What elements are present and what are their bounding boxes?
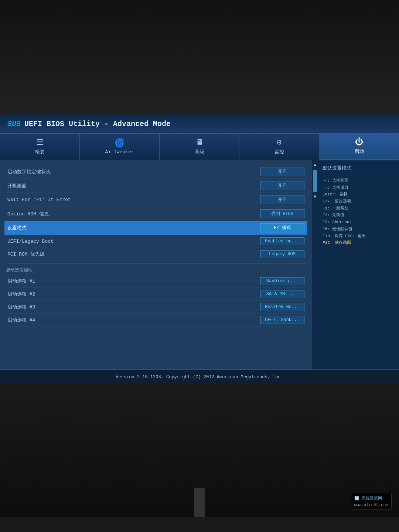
- power-cable: [194, 488, 205, 517]
- setting-wait-f1[interactable]: Wait For 'F1' If Error 开启: [6, 193, 306, 207]
- boot-options-header: 启动选项属性: [6, 266, 306, 275]
- bottom-bezel: 🔄 系统重装网 www.xitc22.com: [0, 384, 399, 517]
- boot-option-2[interactable]: 启动选项 #2 SATA PM: ...: [6, 288, 306, 301]
- tab-advanced[interactable]: 🖥 高级: [160, 134, 239, 160]
- help-shortcuts: →←: 选择画面 ↑↓: 选择项目 Enter: 选择 +/-: 更改选项 F1…: [323, 177, 395, 246]
- option-rom-value[interactable]: 强制 BIOS: [260, 209, 304, 218]
- bios-logo: SUS: [7, 120, 21, 128]
- boot3-label: 启动选项 #3: [7, 304, 35, 310]
- splash-label: 开机画面: [7, 183, 27, 189]
- left-panel: 启动数字锁定键状态 开启 开机画面 开启 Wait For 'F1' If Er…: [0, 160, 312, 369]
- setup-mode-label: 设置模式: [7, 225, 27, 231]
- boot-icon: ⏻: [355, 139, 363, 147]
- right-panel-title: 默认设置模式: [323, 165, 395, 171]
- boot2-value[interactable]: SATA PM: ...: [260, 290, 304, 298]
- scroll-down-arrow[interactable]: ▼: [313, 194, 317, 200]
- watermark-url: www.xitc22.com: [354, 503, 388, 507]
- watermark-text: 🔄 系统重装网 www.xitc22.com: [354, 496, 388, 507]
- setting-option-rom[interactable]: Option ROM 信息. 强制 BIOS: [6, 207, 306, 221]
- watermark: 🔄 系统重装网 www.xitc22.com: [351, 493, 392, 510]
- tab-boot-label: 启动: [354, 148, 364, 155]
- boot4-label: 启动选项 #4: [7, 317, 35, 323]
- tab-ai-tweaker-label: Ai Tweaker: [105, 149, 134, 155]
- tab-bar: ☰ 概要 🌀 Ai Tweaker 🖥 高级 ⚙ 监控 ⏻ 启动: [0, 134, 399, 160]
- tab-overview-label: 概要: [35, 149, 45, 155]
- uefi-legacy-value[interactable]: Enabled bo...: [260, 237, 304, 245]
- main-content: 启动数字锁定键状态 开启 开机画面 开启 Wait For 'F1' If Er…: [0, 160, 399, 369]
- watermark-site: 系统重装网: [362, 496, 382, 501]
- boot2-label: 启动选项 #2: [7, 291, 35, 297]
- boot1-label: 启动选项 #1: [7, 278, 35, 284]
- version-bar: Version 2.10.1208. Copyright (C) 2012 Am…: [0, 369, 399, 384]
- right-panel: 默认设置模式 →←: 选择画面 ↑↓: 选择项目 Enter: 选择 +/-: …: [318, 160, 399, 369]
- numlock-value[interactable]: 开启: [260, 167, 304, 176]
- setting-numlock[interactable]: 启动数字锁定键状态 开启: [6, 165, 306, 179]
- option-rom-label: Option ROM 信息.: [7, 211, 52, 217]
- boot-option-4[interactable]: 启动选项 #4 UEFI: SanD...: [6, 314, 306, 327]
- setting-splash[interactable]: 开机画面 开启: [6, 179, 306, 193]
- wait-f1-label: Wait For 'F1' If Error: [7, 197, 71, 202]
- version-text: Version 2.10.1208. Copyright (C) 2012 Am…: [116, 375, 283, 380]
- boot-option-3[interactable]: 启动选项 #3 Realtek Bo...: [6, 301, 306, 314]
- boot-option-1[interactable]: 启动选项 #1 SanDisk (...: [6, 275, 306, 288]
- advanced-icon: 🖥: [195, 139, 204, 147]
- pci-rom-label: PCI ROM 优先级: [7, 251, 45, 258]
- boot3-value[interactable]: Realtek Bo...: [260, 303, 304, 311]
- tab-advanced-label: 高级: [195, 149, 204, 155]
- tab-overview[interactable]: ☰ 概要: [0, 134, 80, 160]
- top-bezel: [0, 0, 399, 115]
- setting-uefi-legacy[interactable]: UEFI/Legacy Boot Enabled bo...: [6, 235, 306, 248]
- overview-icon: ☰: [36, 139, 44, 147]
- wait-f1-value[interactable]: 开启: [260, 195, 304, 204]
- setting-setup-mode[interactable]: 设置模式 EZ 模式: [4, 221, 307, 235]
- tab-boot[interactable]: ⏻ 启动: [319, 134, 399, 160]
- boot1-value[interactable]: SanDisk (...: [260, 277, 304, 285]
- numlock-label: 启动数字锁定键状态: [7, 168, 51, 175]
- monitor-icon: ⚙: [277, 139, 282, 147]
- bios-title: UEFI BIOS Utility - Advanced Mode: [24, 120, 171, 128]
- boot4-value[interactable]: UEFI: SanD...: [260, 316, 304, 324]
- scroll-thumb[interactable]: [313, 170, 317, 192]
- tab-monitor[interactable]: ⚙ 监控: [239, 134, 319, 160]
- uefi-legacy-label: UEFI/Legacy Boot: [7, 239, 54, 244]
- ai-tweaker-icon: 🌀: [115, 140, 125, 148]
- bios-header: SUS UEFI BIOS Utility - Advanced Mode: [0, 115, 399, 134]
- scrollbar[interactable]: ▲ ▼: [312, 160, 318, 369]
- scroll-up-arrow[interactable]: ▲: [313, 162, 317, 168]
- tab-ai-tweaker[interactable]: 🌀 Ai Tweaker: [80, 134, 160, 160]
- pci-rom-value[interactable]: Legacy ROM: [260, 250, 304, 258]
- setting-pci-rom[interactable]: PCI ROM 优先级 Legacy ROM: [6, 248, 306, 261]
- bios-screen: SUS UEFI BIOS Utility - Advanced Mode ☰ …: [0, 115, 399, 384]
- setup-mode-value[interactable]: EZ 模式: [260, 223, 304, 232]
- splash-value[interactable]: 开启: [260, 181, 304, 190]
- watermark-icon: 🔄: [354, 496, 362, 501]
- section-divider: [6, 263, 306, 263]
- tab-monitor-label: 监控: [274, 149, 284, 155]
